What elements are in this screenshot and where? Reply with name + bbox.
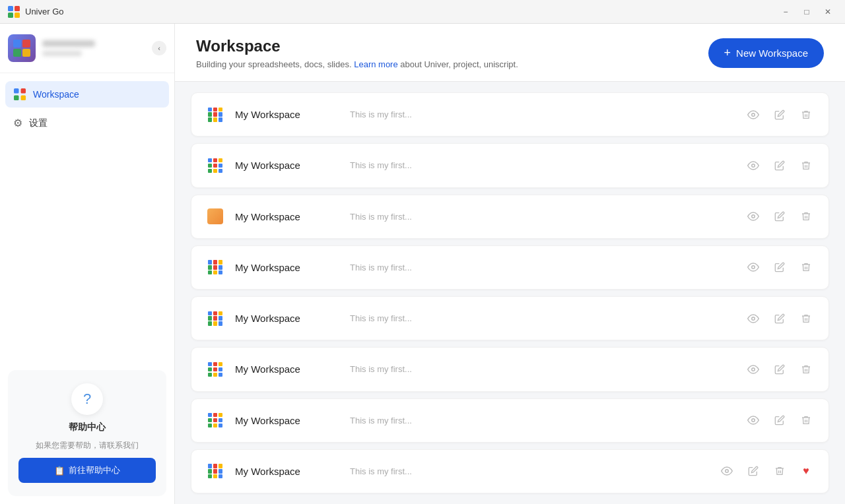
workspace-actions xyxy=(744,360,815,379)
workspace-name: My Workspace xyxy=(235,415,327,426)
edit-button[interactable] xyxy=(770,106,789,124)
workspace-item: My Workspace This is my first... xyxy=(191,449,829,493)
workspace-actions xyxy=(744,207,815,226)
delete-button[interactable] xyxy=(797,360,815,379)
avatar-icon xyxy=(13,40,30,57)
workspace-description: This is my first... xyxy=(350,364,735,374)
edit-button[interactable] xyxy=(770,156,789,175)
delete-button[interactable] xyxy=(797,309,815,328)
workspace-item: My Workspace This is my first... xyxy=(191,296,829,340)
workspace-description: This is my first... xyxy=(350,466,708,476)
sidebar: ‹ Workspace ⚙ 设置 xyxy=(0,24,175,504)
header-description: Building your spreadsheets, docs, slides… xyxy=(196,59,518,69)
view-button[interactable] xyxy=(744,207,762,226)
new-workspace-button[interactable]: + New Workspace xyxy=(708,38,824,68)
svg-point-14 xyxy=(752,215,755,218)
workspace-name: My Workspace xyxy=(235,313,327,324)
workspace-name: My Workspace xyxy=(235,466,327,477)
delete-button[interactable] xyxy=(797,106,815,124)
view-button[interactable] xyxy=(744,360,762,379)
view-button[interactable] xyxy=(744,411,762,429)
workspace-actions: ♥ xyxy=(718,462,815,480)
sidebar-item-workspace[interactable]: Workspace xyxy=(5,81,169,108)
avatar-inner xyxy=(8,34,36,62)
new-workspace-plus-icon: + xyxy=(724,46,731,60)
sidebar-item-settings[interactable]: ⚙ 设置 xyxy=(5,110,169,136)
workspace-icon xyxy=(205,257,226,278)
delete-button[interactable] xyxy=(797,258,815,276)
learn-more-link[interactable]: Learn more xyxy=(354,59,397,69)
svg-rect-9 xyxy=(21,88,26,94)
svg-point-18 xyxy=(752,419,755,422)
edit-button[interactable] xyxy=(744,462,762,480)
edit-button[interactable] xyxy=(770,411,789,429)
workspace-description: This is my first... xyxy=(350,313,735,323)
view-button[interactable] xyxy=(744,156,762,175)
workspace-item: My Workspace This is my first... xyxy=(191,92,829,137)
delete-button[interactable] xyxy=(797,411,815,429)
workspace-item: My Workspace This is my first... xyxy=(191,195,829,239)
titlebar: Univer Go − □ ✕ xyxy=(0,0,845,24)
svg-rect-0 xyxy=(8,6,13,11)
sidebar-workspace-label: Workspace xyxy=(33,89,79,100)
gear-icon: ⚙ xyxy=(13,117,22,129)
delete-button[interactable] xyxy=(797,207,815,226)
svg-rect-8 xyxy=(14,88,19,94)
workspace-actions xyxy=(744,309,815,328)
workspace-description: This is my first... xyxy=(350,416,735,425)
workspace-name: My Workspace xyxy=(235,109,327,120)
view-button[interactable] xyxy=(744,309,762,328)
workspace-name: My Workspace xyxy=(235,211,327,222)
user-info xyxy=(42,40,145,56)
workspace-icon xyxy=(205,155,226,176)
workspace-icon xyxy=(205,410,226,431)
edit-button[interactable] xyxy=(770,360,789,379)
view-button[interactable] xyxy=(718,462,736,480)
sidebar-collapse-button[interactable]: ‹ xyxy=(152,41,166,55)
app-layout: ‹ Workspace ⚙ 设置 xyxy=(0,24,845,504)
goto-help-button[interactable]: 📋 前往帮助中心 xyxy=(18,458,156,483)
workspace-icon xyxy=(205,460,226,482)
workspace-actions xyxy=(744,411,815,429)
delete-button[interactable] xyxy=(797,156,815,175)
minimize-button[interactable]: − xyxy=(776,5,795,19)
workspace-description: This is my first... xyxy=(350,263,735,272)
help-icon: ? xyxy=(71,383,103,415)
titlebar-controls: − □ ✕ xyxy=(776,5,837,19)
help-box: ? 帮助中心 如果您需要帮助，请联系我们 📋 前往帮助中心 xyxy=(8,370,166,496)
workspace-icon xyxy=(205,308,226,329)
header-desc-prefix: Building your spreadsheets, docs, slides… xyxy=(196,59,352,69)
workspace-name: My Workspace xyxy=(235,160,327,171)
new-workspace-label: New Workspace xyxy=(736,47,808,59)
workspace-actions xyxy=(744,258,815,276)
workspace-name: My Workspace xyxy=(235,262,327,273)
workspace-actions xyxy=(744,106,815,124)
favorite-button[interactable]: ♥ xyxy=(797,462,815,480)
edit-button[interactable] xyxy=(770,258,789,276)
workspace-description: This is my first... xyxy=(350,160,735,170)
user-name-blurred xyxy=(42,40,95,47)
edit-button[interactable] xyxy=(770,207,789,226)
header-text: Workspace Building your spreadsheets, do… xyxy=(196,37,518,69)
svg-point-13 xyxy=(752,164,755,168)
svg-rect-6 xyxy=(13,49,21,57)
svg-rect-3 xyxy=(15,13,20,18)
view-button[interactable] xyxy=(744,106,762,124)
sidebar-settings-label: 设置 xyxy=(29,117,48,129)
svg-rect-5 xyxy=(22,40,30,47)
help-title: 帮助中心 xyxy=(69,422,106,433)
workspace-icon xyxy=(205,104,226,125)
close-button[interactable]: ✕ xyxy=(819,5,837,19)
workspace-item: My Workspace This is my first... xyxy=(191,245,829,290)
delete-button[interactable] xyxy=(770,462,789,480)
workspace-icon xyxy=(205,206,226,227)
maximize-button[interactable]: □ xyxy=(797,5,816,19)
workspace-description: This is my first... xyxy=(350,110,735,119)
workspace-item: My Workspace This is my first... xyxy=(191,143,829,187)
workspace-actions xyxy=(744,156,815,175)
help-btn-icon: 📋 xyxy=(54,466,65,476)
page-title: Workspace xyxy=(196,37,518,55)
edit-button[interactable] xyxy=(770,309,789,328)
view-button[interactable] xyxy=(744,258,762,276)
sidebar-nav: Workspace ⚙ 设置 xyxy=(0,73,174,362)
